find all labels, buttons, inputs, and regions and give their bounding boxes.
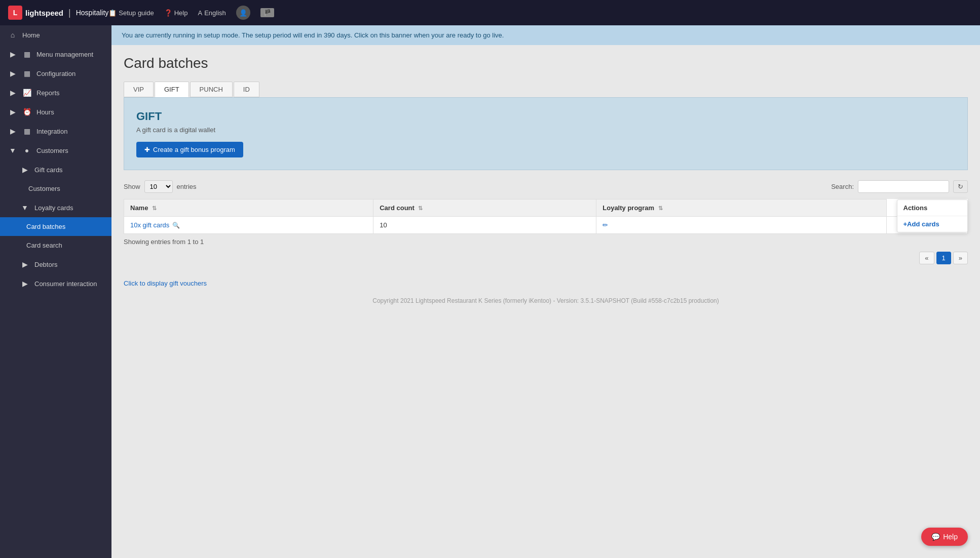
gift-vouchers-link[interactable]: Click to display gift vouchers [124, 280, 968, 287]
chevron-right-icon8: ▶ [20, 280, 29, 288]
pagination-page-1[interactable]: 1 [936, 252, 951, 264]
sidebar-item-configuration[interactable]: ▶ ▦ Configuration [0, 64, 111, 83]
tab-bar: VIP GIFT PUNCH ID [124, 82, 968, 97]
sidebar-item-debtors[interactable]: ▶ Debtors [0, 255, 111, 274]
menu-management-icon: ▦ [22, 50, 31, 58]
search-input[interactable] [858, 180, 949, 193]
row-name-cell: 10x gift cards 🔍 [124, 217, 373, 234]
pagination-prev[interactable]: « [919, 252, 934, 264]
tab-punch-label: PUNCH [200, 86, 223, 93]
row-card-count-value: 10 [380, 221, 387, 229]
sidebar-item-card-batches-label: Card batches [26, 223, 65, 230]
search-icon: 🔍 [172, 222, 180, 229]
sidebar-item-menu-management[interactable]: ▶ ▦ Menu management [0, 45, 111, 64]
brand-divider: | [68, 8, 71, 18]
col-loyalty-program[interactable]: Loyalty program ⇅ [596, 200, 887, 217]
language-label: English [204, 9, 226, 17]
chevron-right-icon2: ▶ [8, 69, 17, 77]
sort-icon-loyalty: ⇅ [658, 205, 663, 211]
gift-panel: GIFT A gift card is a digital wallet ✚ C… [124, 97, 968, 170]
sidebar-item-debtors-label: Debtors [34, 261, 58, 268]
show-entries: Show 10 25 50 100 entries [124, 180, 197, 193]
page-title: Card batches [124, 55, 968, 71]
page-1-label: 1 [942, 254, 946, 262]
sidebar-item-reports[interactable]: ▶ 📈 Reports [0, 83, 111, 102]
page-body: Card batches VIP GIFT PUNCH ID [111, 45, 980, 325]
help-fab-button[interactable]: 💬 Help [921, 528, 968, 546]
home-icon: ⌂ [8, 31, 17, 39]
chevron-right-icon7: ▶ [20, 260, 29, 268]
gift-panel-title: GIFT [136, 110, 955, 123]
sidebar-item-customers-label: Customers [36, 147, 68, 154]
sidebar-item-integration[interactable]: ▶ ▦ Integration [0, 122, 111, 141]
table-row: 10x gift cards 🔍 10 ✏ [124, 217, 968, 234]
chevron-right-icon4: ▶ [8, 108, 17, 116]
tab-gift-label: GIFT [164, 86, 179, 93]
create-gift-bonus-label: Create a gift bonus program [153, 146, 235, 153]
chevron-down-icon2: ▼ [20, 204, 29, 212]
add-cards-label: +Add cards [903, 220, 939, 228]
help-icon: ❓ [164, 9, 172, 17]
col-name[interactable]: Name ⇅ [124, 200, 373, 217]
sidebar-item-reports-label: Reports [36, 89, 60, 97]
sidebar-item-card-batches[interactable]: Card batches [0, 217, 111, 236]
tab-id[interactable]: ID [234, 82, 259, 97]
tab-vip[interactable]: VIP [124, 82, 154, 97]
help-link[interactable]: ❓ Help [164, 9, 188, 17]
sidebar-item-customers[interactable]: ▼ ● Customers [0, 141, 111, 160]
sidebar-item-loyalty-cards-label: Loyalty cards [34, 204, 73, 212]
sidebar-item-gift-cards-label: Gift cards [34, 166, 63, 174]
actions-dropdown-header: Actions [897, 200, 967, 216]
setup-guide-link[interactable]: 📋 Setup guide [108, 9, 154, 17]
sidebar-item-hours-label: Hours [36, 108, 54, 116]
sidebar-item-home[interactable]: ⌂ Home [0, 25, 111, 45]
brand-name: lightspeed [25, 9, 63, 17]
sidebar-item-card-search[interactable]: Card search [0, 236, 111, 255]
sidebar-item-card-search-label: Card search [26, 242, 62, 249]
sidebar-item-integration-label: Integration [36, 128, 67, 135]
sidebar-item-loyalty-cards[interactable]: ▼ Loyalty cards [0, 198, 111, 217]
row-name-link[interactable]: 10x gift cards 🔍 [130, 221, 367, 229]
footer-copyright: Copyright 2021 Lightspeed Restaurant K S… [124, 287, 968, 314]
row-loyalty-program-cell: ✏ [596, 217, 887, 234]
sidebar-item-consumer-interaction[interactable]: ▶ Consumer interaction [0, 274, 111, 293]
chevron-down-icon: ▼ [8, 146, 17, 154]
entries-label: entries [177, 183, 197, 190]
sidebar-item-consumer-interaction-label: Consumer interaction [34, 280, 97, 288]
refresh-icon: ↻ [958, 183, 963, 190]
create-gift-bonus-button[interactable]: ✚ Create a gift bonus program [136, 142, 243, 157]
actions-add-cards[interactable]: +Add cards [897, 216, 967, 232]
row-card-count-cell: 10 [373, 217, 596, 234]
refresh-button[interactable]: ↻ [953, 180, 968, 193]
tab-punch[interactable]: PUNCH [190, 82, 233, 97]
chevron-right-icon6: ▶ [20, 166, 29, 174]
brand-icon: L [8, 6, 22, 20]
sidebar-item-gift-cards[interactable]: ▶ Gift cards [0, 160, 111, 179]
tab-gift[interactable]: GIFT [155, 82, 189, 97]
edit-loyalty-icon[interactable]: ✏ [602, 221, 608, 229]
sidebar-item-customers-sub[interactable]: Customers [0, 179, 111, 198]
brand-logo[interactable]: L lightspeed | Hospitality [8, 6, 108, 20]
sidebar-item-home-label: Home [22, 31, 40, 39]
prev-icon: « [925, 254, 928, 262]
user-avatar[interactable]: 👤 [236, 6, 250, 20]
next-icon: » [959, 254, 962, 262]
col-loyalty-program-label: Loyalty program [602, 204, 654, 212]
gift-panel-subtitle: A gift card is a digital wallet [136, 126, 955, 134]
entries-select[interactable]: 10 25 50 100 [144, 180, 173, 193]
col-name-label: Name [130, 204, 148, 212]
table-header-row: Name ⇅ Card count ⇅ Loyalty program ⇅ [124, 200, 968, 217]
configuration-icon: ▦ [22, 69, 31, 77]
sidebar-item-hours[interactable]: ▶ ⏰ Hours [0, 102, 111, 122]
setup-banner[interactable]: You are currently running in setup mode.… [111, 25, 980, 45]
sort-icon-card-count: ⇅ [418, 205, 423, 211]
chevron-right-icon3: ▶ [8, 89, 17, 97]
col-card-count[interactable]: Card count ⇅ [373, 200, 596, 217]
setup-guide-icon: 📋 [108, 9, 117, 17]
table-controls: Show 10 25 50 100 entries Search: [124, 180, 968, 193]
language-selector[interactable]: A English [198, 9, 225, 17]
content-wrapper: Card batches VIP GIFT PUNCH ID [111, 45, 980, 558]
hours-icon: ⏰ [22, 108, 31, 116]
pagination-next[interactable]: » [953, 252, 968, 264]
gift-vouchers-link-label: Click to display gift vouchers [124, 280, 207, 287]
